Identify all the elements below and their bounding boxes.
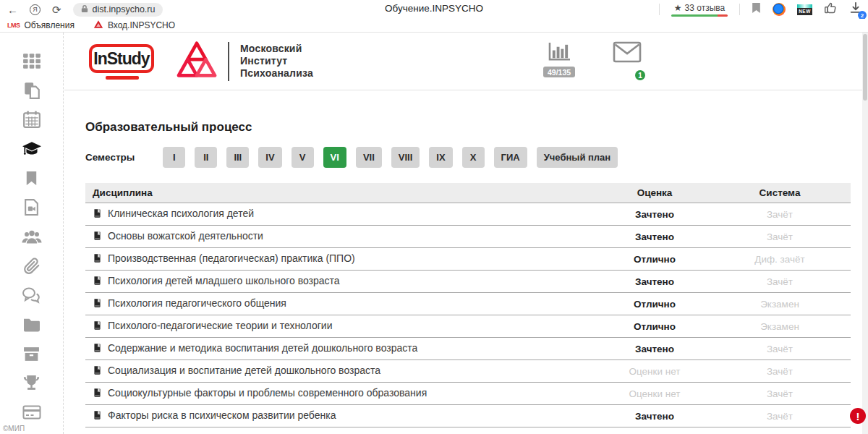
system-cell: Зачёт	[709, 271, 851, 293]
sidebar-item-video-file-icon[interactable]	[22, 198, 42, 217]
yandex-browser-icon[interactable]: Я	[30, 4, 41, 15]
discipline-row: Психология педагогического общенияОтличн…	[85, 293, 851, 315]
sidebar-item-paperclip-icon[interactable]	[22, 257, 42, 276]
instudy-logo[interactable]: InStudy	[85, 42, 158, 81]
semester-tab-Учебный план[interactable]: Учебный план	[537, 147, 618, 168]
book-icon	[93, 208, 102, 221]
system-cell: Зачёт	[709, 405, 851, 427]
discipline-name: Факторы риска в психическом развитии реб…	[108, 409, 336, 421]
sidebar-item-education-cap-icon[interactable]	[22, 140, 42, 158]
mip-triangles-logo	[176, 41, 217, 82]
instudy-logo-stand	[106, 76, 139, 80]
sidebar-item-documents-icon[interactable]	[22, 81, 42, 100]
discipline-cell[interactable]: Содержание и методика воспитания детей д…	[85, 338, 600, 360]
discipline-row: Психолого-педагогические теории и технол…	[85, 315, 851, 338]
discipline-row: Производственная (педагогическая) практи…	[85, 248, 851, 271]
mail-unread-badge: 1	[634, 69, 647, 82]
new-icon-label: NEW	[797, 8, 812, 15]
extension-color-icon[interactable]	[773, 3, 786, 16]
discipline-row: Клиническая психология детейЗачтеноЗачёт	[85, 203, 851, 226]
semesters-label: Семестры	[85, 152, 135, 163]
bookmark-login-inpsycho[interactable]: Вход.INPSYCHO	[93, 20, 175, 31]
discipline-cell[interactable]: Факторы риска в психическом развитии реб…	[85, 405, 600, 427]
book-icon	[93, 253, 102, 265]
sidebar-item-chat-icon[interactable]	[22, 286, 42, 305]
instudy-logo-text: InStudy	[85, 49, 158, 69]
refresh-icon[interactable]: ⟳	[52, 4, 61, 15]
bar-chart-icon	[548, 41, 571, 65]
discipline-cell[interactable]: Социализация и воспитание детей дошкольн…	[85, 360, 600, 383]
discipline-cell[interactable]: Психология педагогического общения	[85, 293, 600, 315]
book-icon	[93, 343, 102, 355]
semester-tab-VIII[interactable]: VIII	[391, 147, 420, 168]
discipline-row: Факторы риска в психическом развитии реб…	[85, 405, 851, 427]
discipline-name: Содержание и методика воспитания детей д…	[108, 342, 417, 354]
semester-tab-V[interactable]: V	[292, 147, 314, 168]
collections-hand-icon[interactable]	[824, 1, 838, 18]
discipline-cell[interactable]: Клиническая психология детей	[85, 203, 600, 226]
mip-triangle-favicon	[93, 20, 103, 31]
page-scrollbar[interactable]	[862, 33, 868, 434]
discipline-row: Содержание и методика воспитания детей д…	[85, 338, 851, 360]
sidebar-item-calendar-icon[interactable]	[22, 110, 42, 129]
grade-cell: Зачтено	[600, 338, 709, 360]
discipline-cell[interactable]: Производственная (педагогическая) практи…	[85, 248, 600, 271]
system-cell: Экзамен	[709, 293, 851, 315]
mail-button[interactable]: 1	[613, 41, 642, 77]
sidebar-item-trophy-icon[interactable]	[22, 374, 42, 393]
semester-tab-I[interactable]: I	[163, 147, 185, 168]
discipline-name: Клиническая психология детей	[108, 208, 254, 219]
discipline-name: Психология детей младшего школьного возр…	[108, 275, 340, 286]
main-content: InStudy Московский Институт Психоанализа	[64, 33, 862, 434]
sidebar-item-card-icon[interactable]	[22, 403, 42, 422]
bookmark-label: Вход.INPSYCHO	[108, 20, 175, 30]
grade-cell: Зачтено	[600, 405, 709, 427]
grade-cell: Зачтено	[600, 271, 709, 293]
bookmark-announcements[interactable]: LMS Объявления	[7, 20, 75, 30]
extension-new-icon[interactable]: NEW	[797, 4, 812, 15]
discipline-name: Психология педагогического общения	[108, 297, 286, 309]
downloads-icon[interactable]: 2	[849, 1, 862, 17]
alert-exclamation-button[interactable]: !	[850, 408, 866, 424]
system-cell: Зачёт	[709, 360, 851, 383]
system-cell: Зачёт	[709, 383, 851, 405]
semester-tab-IV[interactable]: IV	[258, 147, 281, 168]
semester-tab-ГИА[interactable]: ГИА	[494, 147, 527, 168]
semester-tab-IX[interactable]: IX	[429, 147, 452, 168]
table-header-row: Дисциплина Оценка Система	[85, 183, 851, 203]
system-cell: Зачёт	[709, 338, 851, 360]
discipline-cell[interactable]: Психолого-педагогические теории и технол…	[85, 315, 600, 338]
grades-table: Дисциплина Оценка Система Клиническая пс…	[85, 183, 851, 427]
sidebar-item-users-icon[interactable]	[22, 227, 42, 246]
semester-tab-X[interactable]: X	[462, 147, 485, 168]
back-icon[interactable]: ←	[7, 4, 18, 15]
disciplines-tbody: Клиническая психология детейЗачтеноЗачёт…	[85, 203, 851, 427]
semester-tab-VII[interactable]: VII	[356, 147, 382, 168]
discipline-cell[interactable]: Основы вожатской деятельности	[85, 226, 600, 248]
reviews-rating-bar	[671, 14, 728, 17]
divider	[739, 4, 740, 15]
discipline-cell[interactable]: Психология детей младшего школьного возр…	[85, 271, 600, 293]
discipline-cell[interactable]: Социокультурные факторы и проблемы совре…	[85, 383, 600, 405]
book-icon	[93, 320, 102, 333]
progress-stats-button[interactable]: 49/135	[543, 41, 575, 77]
page-title: Образовательный процесс	[85, 120, 862, 135]
institute-logo-block[interactable]: Московский Институт Психоанализа	[176, 41, 313, 82]
discipline-row: Психология детей младшего школьного возр…	[85, 271, 851, 293]
semester-tab-VI[interactable]: VI	[323, 147, 346, 168]
site-reviews-button[interactable]: ★ 33 отзыва	[671, 3, 728, 17]
address-bar[interactable]: dist.inpsycho.ru	[73, 3, 163, 17]
book-icon	[93, 276, 102, 288]
scrollbar-thumb[interactable]	[863, 34, 867, 101]
sidebar-item-folder-icon[interactable]	[22, 315, 42, 334]
semester-tab-III[interactable]: III	[226, 147, 249, 168]
sidebar-item-bookmark-icon[interactable]	[22, 169, 42, 187]
grade-cell: Зачтено	[600, 226, 709, 248]
sidebar-item-archive-icon[interactable]	[22, 344, 42, 363]
system-cell: Экзамен	[709, 315, 851, 338]
column-system: Система	[709, 183, 851, 203]
sidebar-item-apps-grid-icon[interactable]	[22, 51, 42, 70]
book-icon	[93, 388, 102, 400]
semester-tab-II[interactable]: II	[195, 147, 217, 168]
bookmark-flag-icon[interactable]	[752, 2, 761, 17]
